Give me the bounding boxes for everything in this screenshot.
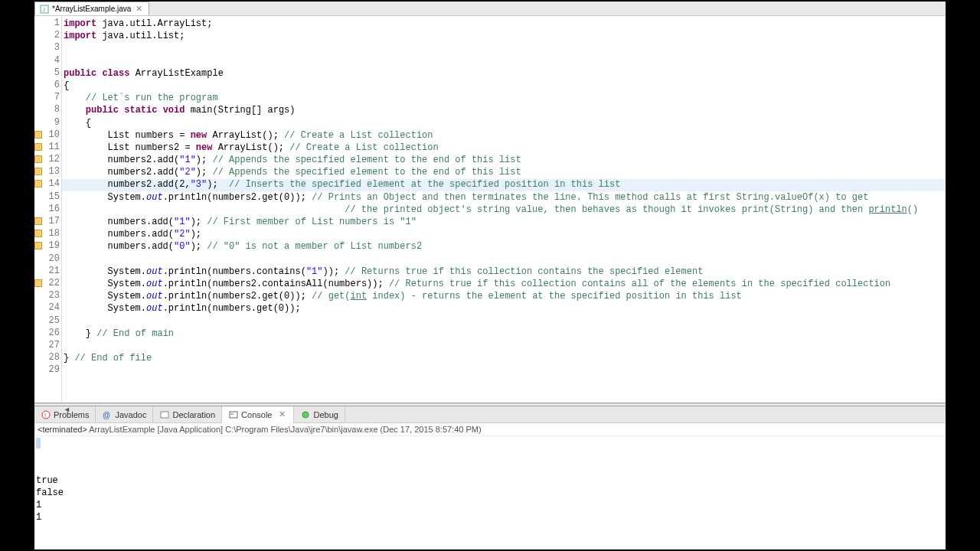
warning-marker-icon [34, 180, 42, 187]
svg-text:@: @ [103, 411, 110, 419]
code-editor[interactable]: 1234567891011121314151617181920212223242… [34, 16, 946, 403]
horizontal-scrollbar[interactable]: ◄ [34, 403, 946, 406]
code-line[interactable]: } // End of main [64, 328, 946, 340]
line-number: 17 [34, 216, 61, 228]
svg-point-8 [302, 412, 309, 418]
code-line[interactable]: System.out.println(numbers2.get(0)); // … [64, 191, 946, 204]
close-icon[interactable]: ✕ [277, 409, 287, 419]
line-number: 26 [34, 328, 61, 340]
code-line[interactable]: numbers2.add("2"); // Appends the specif… [64, 166, 946, 178]
code-line[interactable]: List numbers = new ArrayList(); // Creat… [64, 129, 946, 142]
code-line[interactable]: System.out.println(numbers2.containsAll(… [64, 278, 946, 290]
line-number: 14 [34, 178, 61, 191]
line-number: 22 [34, 278, 61, 290]
line-number: 3 [34, 42, 61, 54]
code-line[interactable]: public static void main(String[] args) [64, 104, 946, 116]
warning-marker-icon [34, 217, 42, 225]
code-line[interactable] [64, 253, 946, 266]
editor-tab[interactable]: J *ArrayListExample.java ✕ [34, 2, 149, 15]
code-line[interactable]: numbers.add("0"); // "0" is not a member… [64, 240, 946, 253]
code-line[interactable] [64, 55, 946, 67]
line-number: 16 [34, 204, 61, 216]
tab-debug-label: Debug [313, 410, 338, 419]
code-content[interactable]: import java.util.ArrayList;import java.u… [62, 16, 946, 403]
declaration-icon [159, 409, 170, 420]
line-number: 15 [34, 191, 61, 204]
console-icon [228, 409, 239, 420]
code-line[interactable]: public class ArrayListExample [64, 67, 946, 80]
tab-problems-label: Problems [54, 410, 89, 419]
close-icon[interactable]: ✕ [134, 4, 144, 14]
line-number: 23 [34, 290, 61, 302]
line-number: 19 [34, 240, 61, 253]
java-file-icon: J [40, 5, 49, 14]
line-number: 24 [34, 302, 61, 315]
warning-marker-icon [34, 230, 42, 237]
code-line[interactable]: System.out.println(numbers.get(0)); [64, 302, 946, 315]
editor-tab-title: *ArrayListExample.java [52, 5, 131, 13]
tab-debug[interactable]: Debug [294, 406, 345, 423]
line-number: 25 [34, 315, 61, 328]
tab-console[interactable]: Console ✕ [222, 406, 294, 423]
warning-marker-icon [34, 131, 42, 139]
code-line[interactable] [64, 42, 946, 54]
line-number: 29 [34, 364, 61, 377]
terminated-label: <terminated> [38, 425, 89, 434]
svg-text:J: J [42, 6, 45, 13]
tab-console-label: Console [241, 410, 272, 419]
code-line[interactable]: numbers.add("2"); [64, 228, 946, 240]
debug-icon [300, 409, 311, 420]
problems-icon: ! [41, 409, 51, 420]
tab-javadoc-label: Javadoc [115, 410, 146, 419]
code-line[interactable]: // the printed object's string value, th… [64, 204, 946, 216]
code-line[interactable]: numbers.add("1"); // First member of Lis… [64, 216, 946, 228]
line-number: 4 [34, 55, 61, 67]
line-number: 2 [34, 30, 61, 42]
code-line[interactable]: numbers2.add("1"); // Appends the specif… [64, 154, 946, 166]
line-number: 7 [34, 92, 61, 104]
line-number-gutter: 1234567891011121314151617181920212223242… [34, 16, 62, 403]
line-number: 20 [34, 253, 61, 266]
code-line[interactable]: System.out.println(numbers.contains("1")… [64, 266, 946, 278]
code-line[interactable]: { [64, 117, 946, 129]
warning-marker-icon [34, 279, 42, 287]
code-line[interactable]: // Let`s run the program [64, 92, 946, 104]
warning-marker-icon [34, 168, 42, 175]
code-line[interactable] [64, 315, 946, 328]
code-line[interactable]: numbers2.add(2,"3"); // Inserts the spec… [64, 178, 946, 191]
code-line[interactable]: List numbers2 = new ArrayList(); // Crea… [64, 142, 946, 154]
code-line[interactable]: import java.util.ArrayList; [64, 18, 946, 30]
code-line[interactable]: } // End of file [64, 352, 946, 364]
console-text: true false 1 1 [36, 474, 944, 523]
javadoc-icon: @ [102, 409, 113, 420]
code-line[interactable] [64, 364, 946, 377]
line-number: 27 [34, 340, 61, 352]
warning-marker-icon [34, 242, 42, 249]
terminated-detail: ArrayListExample [Java Application] C:\P… [89, 425, 481, 434]
line-number: 10 [34, 129, 61, 142]
line-number: 8 [34, 104, 61, 116]
line-number: 18 [34, 228, 61, 240]
code-line[interactable]: import java.util.List; [64, 30, 946, 42]
console-process-info: <terminated> ArrayListExample [Java Appl… [34, 423, 946, 436]
tab-declaration-label: Declaration [172, 410, 215, 419]
warning-marker-icon [34, 143, 42, 151]
line-number: 11 [34, 142, 61, 154]
code-line[interactable]: { [64, 80, 946, 92]
line-number: 5 [34, 67, 61, 80]
code-line[interactable] [64, 340, 946, 352]
console-output[interactable]: true false 1 1 [34, 436, 946, 549]
bottom-tab-bar: ! Problems @ Javadoc Declaration [34, 406, 946, 423]
line-number: 1 [34, 18, 61, 30]
tab-javadoc[interactable]: @ Javadoc [96, 406, 153, 423]
line-number: 28 [34, 352, 61, 364]
line-number: 9 [34, 117, 61, 129]
code-line[interactable]: System.out.println(numbers2.get(0)); // … [64, 290, 946, 302]
bottom-panel: ! Problems @ Javadoc Declaration [34, 406, 946, 549]
console-cursor [36, 438, 41, 448]
svg-rect-5 [161, 412, 168, 418]
scroll-left-arrow[interactable]: ◄ [64, 406, 70, 413]
tab-declaration[interactable]: Declaration [153, 406, 222, 423]
warning-marker-icon [34, 155, 42, 163]
line-number: 6 [34, 80, 61, 92]
